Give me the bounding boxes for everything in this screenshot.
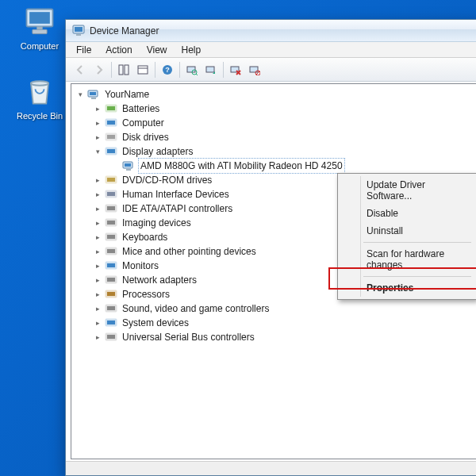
svg-rect-61 [107,335,115,339]
help-button[interactable]: ? [159,61,176,79]
expand-toggle[interactable]: ▸ [94,319,102,328]
display-adapter-icon [122,159,135,172]
menu-file[interactable]: File [69,43,98,57]
tree-category-label: Keyboards [121,230,169,244]
tree-category-label: DVD/CD-ROM drives [121,173,213,187]
svg-rect-9 [125,65,129,75]
svg-rect-53 [107,278,115,282]
expand-toggle[interactable]: ▸ [94,133,102,142]
tree-root-label: YourName [103,87,151,102]
tree-category[interactable]: ▸Sound, video and game controllers [94,301,476,316]
svg-rect-2 [33,29,47,34]
context-menu: Update Driver Software... Disable Uninst… [337,173,476,300]
menu-action[interactable]: Action [98,43,139,57]
svg-rect-10 [138,66,148,74]
tree-category-label: Display adapters [121,144,194,159]
expand-toggle[interactable]: ▸ [94,219,102,228]
tree-category-label: Mice and other pointing devices [121,244,258,259]
expand-toggle[interactable]: ▸ [94,119,102,128]
expand-toggle[interactable]: ▾ [94,148,102,156]
device-category-icon [105,317,117,329]
tree-category-label: Human Interface Devices [121,187,231,202]
expand-toggle[interactable]: ▸ [94,290,102,299]
expand-toggle[interactable]: ▸ [94,262,102,271]
device-category-icon [105,288,117,301]
tree-category-label: Monitors [121,259,160,273]
tree-category[interactable]: ▸System devices [94,316,476,330]
svg-rect-8 [119,65,123,75]
expand-toggle[interactable]: ▾ [76,90,85,99]
expand-toggle[interactable]: ▸ [94,176,102,185]
svg-rect-34 [107,149,115,153]
expand-toggle[interactable]: ▸ [94,233,102,242]
device-category-icon [105,131,117,144]
desktop-icon-recycle-bin[interactable]: Recycle Bin [11,75,68,121]
device-category-icon [105,217,117,229]
svg-rect-43 [107,206,115,210]
tree-category-label: IDE ATA/ATAPI controllers [121,202,234,216]
statusbar [66,461,476,475]
svg-rect-45 [107,221,115,225]
uninstall-button[interactable] [227,61,244,79]
device-category-icon [105,102,117,115]
expand-toggle[interactable]: ▸ [94,305,102,313]
device-category-icon [105,202,117,215]
disable-button[interactable] [246,61,263,79]
computer-icon [22,5,57,40]
menu-help[interactable]: Help [175,43,209,57]
svg-rect-25 [90,92,96,95]
svg-rect-14 [187,67,195,72]
device-category-icon [105,302,117,315]
device-category-icon [105,274,117,286]
device-category-icon [105,117,117,129]
tree-category[interactable]: ▸Disk drives [94,130,476,144]
svg-rect-26 [91,98,96,99]
device-manager-icon [72,25,85,37]
tree-category-label: Batteries [121,102,161,116]
tree-category[interactable]: ▸Batteries [94,102,476,116]
menu-view[interactable]: View [140,43,175,57]
desktop-icon-computer[interactable]: Computer [11,5,68,51]
tree-category[interactable]: ▸Computer [94,116,476,130]
expand-toggle[interactable]: ▸ [94,333,102,342]
scan-hardware-button[interactable] [183,61,201,79]
titlebar[interactable]: Device Manager [66,20,476,42]
expand-toggle[interactable]: ▸ [94,276,102,285]
expand-toggle[interactable]: ▸ [94,248,102,256]
tree-root[interactable]: ▾YourName [76,87,476,102]
tree-category-label: Disk drives [121,130,171,144]
svg-rect-55 [107,292,115,296]
device-category-icon [105,231,117,244]
svg-rect-47 [107,235,115,239]
svg-rect-1 [29,12,50,24]
show-hide-tree-button[interactable] [115,61,132,79]
expand-toggle[interactable]: ▸ [94,105,102,113]
tree-category-label: Imaging devices [121,216,193,230]
svg-line-16 [196,74,198,75]
expand-toggle[interactable]: ▸ [94,190,102,199]
properties-button[interactable] [134,61,152,79]
svg-rect-36 [125,163,131,167]
svg-rect-41 [107,192,115,196]
tree-category-label: Processors [121,287,171,301]
tree-category-label: Computer [121,116,166,130]
desktop-icon-label: Computer [11,41,68,51]
svg-rect-37 [126,169,131,171]
expand-toggle[interactable]: ▸ [94,205,102,213]
svg-text:?: ? [165,66,170,74]
tree-category[interactable]: ▸Universal Serial Bus controllers [94,330,476,344]
svg-rect-57 [107,306,115,310]
svg-rect-39 [107,178,115,182]
tree-device[interactable]: AMD M880G with ATI Mobility Radeon HD 42… [111,159,476,173]
tree-category[interactable]: ▾Display adapters [94,144,476,159]
menubar: File Action View Help [66,42,476,58]
tree-device-label: AMD M880G with ATI Mobility Radeon HD 42… [138,158,345,174]
device-category-icon [105,174,117,186]
device-category-icon [105,331,117,344]
svg-rect-32 [107,135,115,139]
svg-rect-7 [76,34,81,36]
update-driver-button[interactable] [202,61,220,79]
svg-rect-6 [75,27,83,32]
window-title: Device Manager [90,25,159,36]
device-category-icon [105,259,117,272]
